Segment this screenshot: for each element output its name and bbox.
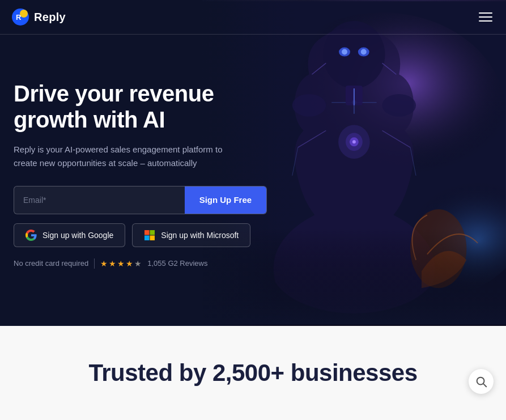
- hero-subtext: Reply is your AI-powered sales engagemen…: [14, 143, 240, 170]
- hamburger-line-2: [479, 16, 492, 18]
- star-2: ★: [109, 259, 116, 268]
- google-signup-button[interactable]: Sign up with Google: [14, 223, 125, 247]
- oauth-buttons-row: Sign up with Google Sign up with Microso…: [14, 223, 267, 247]
- hamburger-line-1: [479, 12, 492, 14]
- hero-headline: Drive your revenue growth with AI: [14, 80, 267, 133]
- google-icon: [25, 230, 37, 241]
- svg-line-36: [483, 384, 486, 387]
- star-1: ★: [100, 259, 108, 268]
- star-5: ★: [134, 259, 142, 268]
- nav-brand-name: Reply: [34, 11, 66, 24]
- hero-content: Drive your revenue growth with AI Reply …: [0, 0, 278, 326]
- microsoft-btn-label: Sign up with Microsoft: [161, 231, 239, 240]
- trust-row: No credit card required ★ ★ ★ ★ ★ 1,055 …: [14, 258, 267, 269]
- reply-logo-icon: R: [11, 8, 29, 26]
- svg-rect-33: [144, 235, 150, 240]
- svg-rect-31: [144, 230, 150, 235]
- trusted-heading: Trusted by 2,500+ businesses: [88, 359, 417, 387]
- navbar: R Reply: [0, 0, 506, 35]
- hamburger-button[interactable]: [477, 10, 495, 24]
- floating-search-button[interactable]: [469, 369, 494, 394]
- hamburger-line-3: [479, 20, 492, 22]
- search-icon: [475, 375, 487, 388]
- no-cc-text: No credit card required: [14, 259, 88, 268]
- google-btn-label: Sign up with Google: [42, 231, 113, 240]
- nav-logo[interactable]: R Reply: [11, 8, 66, 26]
- email-signup-form: Sign Up Free: [14, 186, 267, 214]
- svg-rect-34: [150, 235, 155, 240]
- signup-free-button[interactable]: Sign Up Free: [185, 186, 267, 214]
- microsoft-icon: [144, 230, 155, 241]
- svg-text:R: R: [16, 13, 22, 22]
- star-3: ★: [117, 259, 125, 268]
- g2-reviews-text: 1,055 G2 Reviews: [147, 259, 207, 268]
- microsoft-signup-button[interactable]: Sign up with Microsoft: [132, 223, 250, 247]
- email-input[interactable]: [14, 186, 185, 214]
- bottom-section: Trusted by 2,500+ businesses: [0, 326, 506, 420]
- star-4: ★: [126, 259, 133, 268]
- hero-section: R Reply Drive your revenue growth with A…: [0, 0, 506, 326]
- stars-rating: ★ ★ ★ ★ ★: [100, 259, 142, 268]
- trust-divider: [94, 258, 95, 269]
- svg-rect-32: [150, 230, 155, 235]
